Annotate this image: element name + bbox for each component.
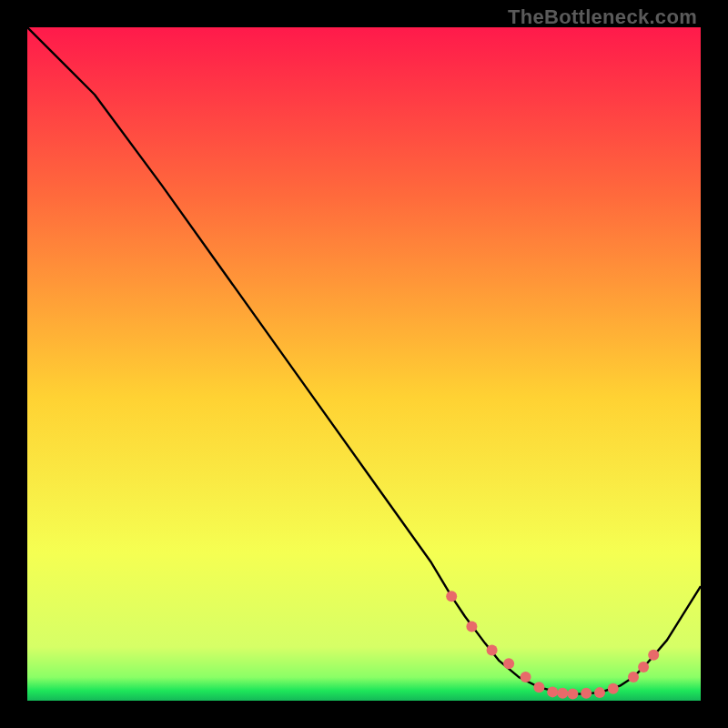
marker-point bbox=[608, 683, 619, 694]
marker-point bbox=[567, 689, 578, 700]
gradient-background bbox=[27, 27, 701, 701]
marker-point bbox=[594, 687, 605, 698]
chart-frame: TheBottleneck.com bbox=[0, 0, 728, 728]
marker-point bbox=[521, 672, 531, 682]
marker-point bbox=[487, 645, 498, 656]
marker-point bbox=[533, 682, 544, 693]
watermark: TheBottleneck.com bbox=[508, 5, 697, 29]
marker-point bbox=[638, 662, 649, 672]
chart-svg bbox=[27, 27, 701, 701]
plot-area bbox=[27, 27, 701, 701]
marker-point bbox=[503, 658, 514, 669]
marker-point bbox=[581, 688, 592, 699]
marker-point bbox=[446, 591, 457, 602]
marker-point bbox=[547, 686, 558, 697]
marker-point bbox=[628, 672, 639, 682]
marker-point bbox=[557, 688, 568, 699]
marker-point bbox=[648, 650, 659, 661]
marker-point bbox=[466, 622, 477, 632]
